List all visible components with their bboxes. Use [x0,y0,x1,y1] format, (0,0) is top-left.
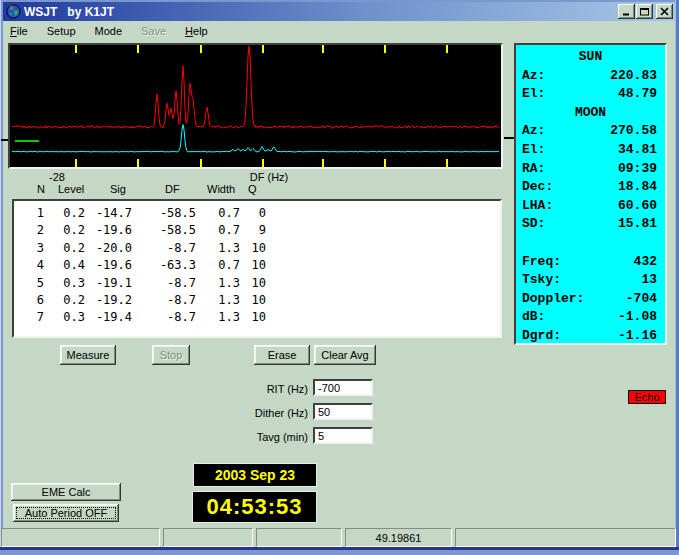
astro-row-dgrd: Dgrd:-1.16 [516,328,665,345]
astro-value: 15.81 [618,216,657,235]
status-panel-3 [256,528,342,547]
table-cell: -19.1 [85,276,132,290]
table-cell: 10 [240,310,266,324]
astro-value: 34.81 [618,142,657,161]
table-row: 70.3-19.4-8.71.310 [14,310,500,327]
table-header: NLevelSigDFWidthQ [0,183,500,196]
column-header-q: Q [248,183,257,195]
status-bar: 49.19861 [0,528,679,547]
table-cell: 10 [240,293,266,307]
astro-row-tsky: Tsky:13 [516,272,665,291]
tavg-input[interactable] [313,427,373,444]
table-cell: 1.3 [196,310,240,324]
table-cell: 2 [14,223,44,237]
dither-label: Dither (Hz) [226,405,308,422]
astro-row-dec: Dec:18.84 [516,179,665,198]
astro-row-ra: RA:09:39 [516,161,665,180]
astro-label: Dgrd: [522,328,561,345]
astro-value: 220.83 [610,68,657,87]
table-cell: 3 [14,241,44,255]
astro-label: SD: [522,216,545,235]
astro-value: 60.60 [618,198,657,217]
astro-label: dB: [522,309,545,328]
spectrum-display [8,43,503,169]
maximize-icon [639,7,650,16]
minimize-button[interactable] [618,4,635,19]
astro-value: -1.08 [618,309,657,328]
astro-row-el: El:34.81 [516,142,665,161]
axis-marker-left [1,139,8,141]
table-cell: -8.7 [132,241,196,255]
table-cell: -58.5 [132,206,196,220]
maximize-button[interactable] [636,4,653,19]
table-cell: 0.7 [196,223,240,237]
window-border-left [0,0,3,555]
eme-calc-button[interactable]: EME Calc [11,483,121,501]
astro-row-db: dB:-1.08 [516,309,665,328]
erase-button[interactable]: Erase [254,345,310,365]
table-row: 20.2-19.6-58.50.79 [14,223,500,240]
astro-section-sun: SUN [516,49,665,68]
table-cell: -19.2 [85,293,132,307]
astro-value: 48.79 [618,86,657,105]
table-cell: 9 [240,223,266,237]
status-panel-5 [455,528,676,547]
close-button[interactable] [656,4,673,19]
table-cell: -63.3 [132,258,196,272]
astro-label: Dec: [522,179,553,198]
column-header-df: DF [165,183,180,195]
astro-label: Freq: [522,254,561,273]
astro-value: 270.58 [610,123,657,142]
astro-value: 13 [641,272,657,291]
window-border-bottom [0,547,679,555]
astro-section-moon: MOON [516,105,665,124]
title-bar[interactable]: WSJT by K1JT [3,2,675,21]
status-panel-1 [1,528,160,547]
table-row: 50.3-19.1-8.71.310 [14,276,500,293]
table-cell: 0.2 [44,293,85,307]
astro-value: 09:39 [618,161,657,180]
menu-item-help[interactable]: Help [185,23,208,39]
table-cell: 1 [14,206,44,220]
menu-item-mode[interactable]: Mode [95,23,123,39]
close-icon [660,7,669,16]
rit-input[interactable] [313,379,373,396]
astro-value: -704 [626,291,657,310]
astro-label: RA: [522,161,545,180]
table-cell: 0.2 [44,206,85,220]
menu-item-file[interactable]: File [10,23,28,39]
table-cell: 1.3 [196,293,240,307]
astro-value: 432 [634,254,657,273]
menu-item-save: Save [141,23,166,39]
astro-row-az: Az:270.58 [516,123,665,142]
menu-item-setup[interactable]: Setup [47,23,76,39]
echo-mode-badge: Echo [628,390,666,404]
status-panel-4: 49.19861 [345,528,452,547]
astro-row-lha: LHA:60.60 [516,198,665,217]
wsjt-window: WSJT by K1JT FileSetupModeSaveHelp -28 D… [0,0,679,555]
table-cell: -8.7 [132,293,196,307]
table-cell: 0.7 [196,206,240,220]
astro-label: LHA: [522,198,553,217]
dither-input[interactable] [313,403,373,420]
auto-period-button[interactable]: Auto Period OFF [13,504,119,522]
clear-avg-button[interactable]: Clear Avg [314,345,376,365]
table-cell: -8.7 [132,276,196,290]
spectrum-plot [10,45,501,167]
table-cell: 10 [240,276,266,290]
table-cell: 0.3 [44,276,85,290]
status-panel-2 [163,528,253,547]
stop-button[interactable]: Stop [152,345,190,365]
column-header-width: Width [207,183,235,195]
globe-icon [6,4,21,19]
measurement-list[interactable]: 10.2-14.7-58.50.7020.2-19.6-58.50.7930.2… [12,199,502,338]
astro-label: Az: [522,68,545,87]
date-display: 2003 Sep 23 [193,463,317,487]
measure-button[interactable]: Measure [60,345,116,365]
minimize-icon [621,7,632,16]
astro-row-freq: Freq:432 [516,254,665,273]
astro-value: 18.84 [618,179,657,198]
astro-label: Az: [522,123,545,142]
astro-label: El: [522,142,545,161]
column-header-level: Level [58,183,84,195]
